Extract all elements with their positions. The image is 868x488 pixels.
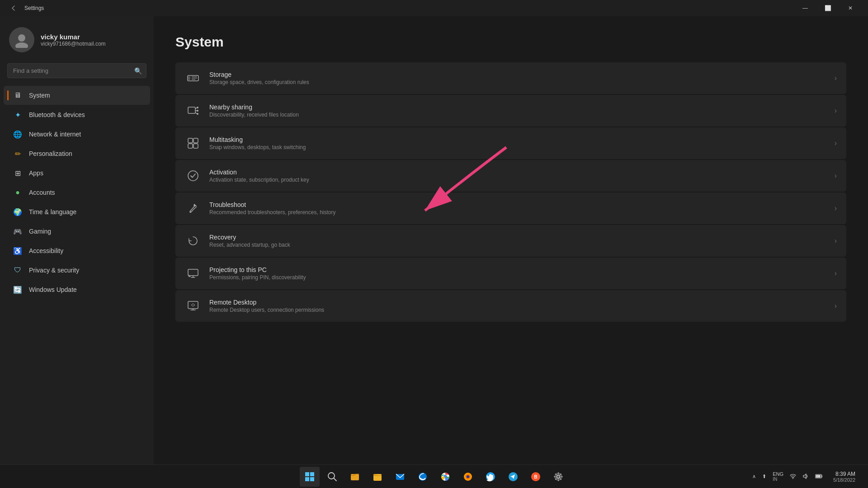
taskbar-search[interactable] xyxy=(322,467,342,487)
svg-rect-17 xyxy=(193,144,198,148)
taskbar-mail[interactable] xyxy=(390,467,410,487)
taskbar-brave[interactable]: B xyxy=(526,467,546,487)
user-profile: vicky kumar vicky971686@hotmail.com xyxy=(0,16,154,61)
titlebar-title: Settings xyxy=(24,5,44,11)
sidebar-nav: 🖥 System ✦ Bluetooth & devices 🌐 Network… xyxy=(0,85,154,300)
taskbar-firefox[interactable] xyxy=(458,467,478,487)
sidebar-item-privacy[interactable]: 🛡 Privacy & security xyxy=(4,261,150,280)
svg-rect-29 xyxy=(305,472,309,476)
tray-update-icon[interactable]: ⬆ xyxy=(760,472,769,481)
svg-rect-25 xyxy=(188,301,198,309)
time-icon: 🌍 xyxy=(13,207,23,217)
svg-point-19 xyxy=(190,211,191,212)
chevron-recovery-icon: › xyxy=(835,237,837,245)
setting-item-troubleshoot[interactable]: Troubleshoot Recommended troubleshooters… xyxy=(175,192,846,224)
tray-chevron[interactable]: ∧ xyxy=(750,472,759,481)
search-input[interactable] xyxy=(7,63,146,78)
setting-text-recovery: Recovery Reset, advanced startup, go bac… xyxy=(209,234,826,248)
setting-desc-nearby-sharing: Discoverability, received files location xyxy=(209,112,826,118)
taskbar-telegram[interactable] xyxy=(503,467,523,487)
svg-point-0 xyxy=(18,34,25,42)
setting-title-remote-desktop: Remote Desktop xyxy=(209,299,826,306)
app-body: vicky kumar vicky971686@hotmail.com 🔍 🖥 … xyxy=(0,16,868,465)
taskbar-center: B xyxy=(300,467,568,487)
tray-lang-label: ENG xyxy=(773,471,783,477)
clock-time: 8:39 AM xyxy=(833,471,855,477)
sidebar: vicky kumar vicky971686@hotmail.com 🔍 🖥 … xyxy=(0,16,154,465)
privacy-icon: 🛡 xyxy=(13,265,23,275)
chevron-storage-icon: › xyxy=(835,74,837,82)
svg-rect-20 xyxy=(188,269,198,276)
close-button[interactable]: ✕ xyxy=(840,0,861,16)
update-icon: 🔄 xyxy=(13,285,23,295)
sidebar-item-time[interactable]: 🌍 Time & language xyxy=(4,202,150,221)
chevron-projecting-icon: › xyxy=(835,269,837,277)
tray-lang-region: IN xyxy=(773,477,783,482)
setting-item-activation[interactable]: Activation Activation state, subscriptio… xyxy=(175,160,846,192)
sidebar-item-network[interactable]: 🌐 Network & internet xyxy=(4,125,150,144)
sidebar-item-system[interactable]: 🖥 System xyxy=(4,86,150,105)
setting-text-activation: Activation Activation state, subscriptio… xyxy=(209,169,826,183)
setting-item-nearby-sharing[interactable]: Nearby sharing Discoverability, received… xyxy=(175,95,846,127)
setting-title-storage: Storage xyxy=(209,71,826,78)
taskbar-settings[interactable] xyxy=(548,467,568,487)
apps-icon: ⊞ xyxy=(13,168,23,178)
setting-title-activation: Activation xyxy=(209,169,826,176)
system-icon: 🖥 xyxy=(13,90,23,100)
minimize-button[interactable]: — xyxy=(795,0,816,16)
sidebar-item-accessibility[interactable]: ♿ Accessibility xyxy=(4,241,150,260)
maximize-button[interactable]: ⬜ xyxy=(817,0,838,16)
sidebar-item-apps[interactable]: ⊞ Apps xyxy=(4,164,150,183)
setting-title-projecting: Projecting to this PC xyxy=(209,266,826,273)
taskbar-chrome[interactable] xyxy=(435,467,455,487)
recovery-icon xyxy=(185,233,201,249)
svg-rect-16 xyxy=(188,144,193,148)
accessibility-icon: ♿ xyxy=(13,246,23,256)
sidebar-item-update[interactable]: 🔄 Windows Update xyxy=(4,280,150,299)
start-button[interactable] xyxy=(300,467,320,487)
search-icon: 🔍 xyxy=(134,67,142,75)
sys-tray: ∧ ⬆ ENG IN xyxy=(750,469,826,483)
svg-rect-37 xyxy=(373,475,382,476)
svg-rect-31 xyxy=(305,477,309,481)
setting-item-remote-desktop[interactable]: Remote Desktop Remote Desktop users, con… xyxy=(175,290,846,322)
remote-desktop-icon xyxy=(185,298,201,314)
setting-text-nearby-sharing: Nearby sharing Discoverability, received… xyxy=(209,103,826,118)
tray-lang[interactable]: ENG IN xyxy=(770,469,786,483)
projecting-icon xyxy=(185,265,201,282)
volume-icon[interactable] xyxy=(800,471,811,482)
sidebar-item-system-label: System xyxy=(29,92,50,99)
wifi-icon[interactable] xyxy=(787,471,799,482)
chevron-remote-desktop-icon: › xyxy=(835,302,837,310)
sidebar-item-bluetooth[interactable]: ✦ Bluetooth & devices xyxy=(4,105,150,124)
clock[interactable]: 8:39 AM 5/18/2022 xyxy=(830,469,859,484)
setting-desc-recovery: Reset, advanced startup, go back xyxy=(209,242,826,248)
sidebar-item-gaming[interactable]: 🎮 Gaming xyxy=(4,222,150,241)
settings-list: Storage Storage space, drives, configura… xyxy=(175,62,846,322)
setting-title-multitasking: Multitasking xyxy=(209,136,826,143)
sidebar-item-accounts[interactable]: ● Accounts xyxy=(4,183,150,202)
chevron-troubleshoot-icon: › xyxy=(835,204,837,212)
content-wrapper: System Storage xyxy=(154,16,868,465)
svg-point-13 xyxy=(197,113,198,115)
sidebar-item-bluetooth-label: Bluetooth & devices xyxy=(29,111,85,118)
sidebar-item-accounts-label: Accounts xyxy=(29,189,55,196)
troubleshoot-icon xyxy=(185,200,201,216)
battery-icon[interactable] xyxy=(812,472,826,482)
sidebar-item-network-label: Network & internet xyxy=(29,131,81,138)
setting-item-recovery[interactable]: Recovery Reset, advanced startup, go bac… xyxy=(175,225,846,257)
taskbar-file-manager[interactable] xyxy=(345,467,365,487)
taskbar-edge[interactable] xyxy=(413,467,433,487)
chevron-multitasking-icon: › xyxy=(835,139,837,147)
back-button[interactable] xyxy=(7,2,20,14)
bluetooth-icon: ✦ xyxy=(13,110,23,120)
sidebar-item-personalization[interactable]: ✏ Personalization xyxy=(4,144,150,163)
taskbar-explorer[interactable] xyxy=(368,467,387,487)
setting-item-projecting[interactable]: Projecting to this PC Permissions, pairi… xyxy=(175,258,846,289)
user-email: vicky971686@hotmail.com xyxy=(41,41,106,47)
taskbar-twitter[interactable] xyxy=(481,467,500,487)
setting-item-storage[interactable]: Storage Storage space, drives, configura… xyxy=(175,62,846,94)
user-info: vicky kumar vicky971686@hotmail.com xyxy=(41,33,106,47)
setting-item-multitasking[interactable]: Multitasking Snap windows, desktops, tas… xyxy=(175,127,846,159)
svg-point-38 xyxy=(374,474,375,475)
